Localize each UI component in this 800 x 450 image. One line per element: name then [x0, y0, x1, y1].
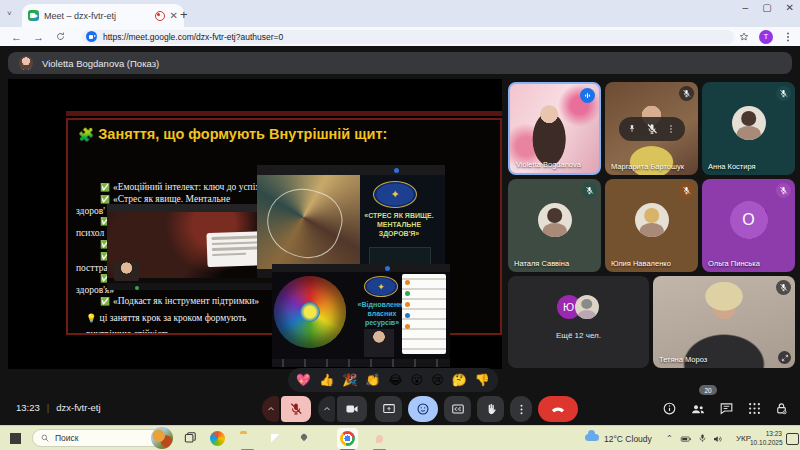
- more-options-button[interactable]: [510, 396, 532, 422]
- tray-speaker-icon[interactable]: [712, 433, 724, 445]
- tab-title: Meet – dzx-fvtr-etj: [44, 11, 150, 21]
- presenter-banner: Violetta Bogdanova (Показ): [8, 52, 792, 74]
- meeting-details-icon[interactable]: [662, 401, 677, 416]
- reaction-heart[interactable]: 💖: [296, 373, 311, 387]
- avatar: [538, 203, 572, 237]
- tile-natalya[interactable]: Наталя Саввіна: [508, 179, 601, 272]
- language-indicator[interactable]: УКР: [736, 434, 751, 443]
- mic-off-icon: [679, 86, 694, 101]
- slide-window-edge: [66, 111, 502, 116]
- url-text: https://meet.google.com/dzx-fvtr-etj?aut…: [103, 32, 283, 42]
- mic-control-group: [262, 396, 311, 422]
- search-placeholder: Поиск: [55, 433, 79, 443]
- tray-chevron-icon[interactable]: ⌃: [666, 434, 673, 443]
- notification-center-icon[interactable]: [786, 433, 799, 445]
- tab-close-icon[interactable]: ✕: [170, 11, 178, 21]
- speaker-thumbnail: [364, 329, 394, 357]
- forward-button[interactable]: →: [33, 31, 44, 43]
- tile-yulia[interactable]: Юлия Наваленко: [605, 179, 698, 272]
- tile-anna[interactable]: Анна Костиря: [702, 82, 795, 175]
- tray-date: 10.10.2025: [750, 438, 782, 447]
- initial-circle: О: [730, 201, 767, 238]
- bookmark-star-icon[interactable]: [738, 31, 750, 43]
- mic-off-icon: [776, 280, 791, 295]
- mic-mute-button[interactable]: [281, 396, 311, 422]
- pin-icon[interactable]: [627, 124, 637, 134]
- participant-name: Violetta Bogdanova: [516, 160, 581, 169]
- meeting-code: dzx-fvtr-etj: [56, 402, 100, 413]
- participant-grid: Violetta Bogdanova Маргарита Бартошук Ан…: [508, 82, 795, 368]
- reactions-button[interactable]: [408, 396, 438, 422]
- site-info-icon[interactable]: [86, 31, 97, 42]
- participants-icon[interactable]: [690, 401, 706, 417]
- mic-off-icon: [776, 183, 791, 198]
- window-close-button[interactable]: ✕: [786, 2, 794, 13]
- tray-mic-icon[interactable]: [697, 433, 708, 444]
- reload-button[interactable]: [55, 31, 66, 42]
- host-controls-icon[interactable]: [774, 401, 789, 416]
- browser-profile-avatar[interactable]: T: [759, 30, 773, 44]
- captions-button[interactable]: [444, 396, 471, 422]
- stress-slide-caption: «СТРЕС ЯК ЯВИЩЕ. МЕНТАЛЬНЕ ЗДОРОВ'Я»: [357, 211, 441, 238]
- url-bar[interactable]: https://meet.google.com/dzx-fvtr-etj?aut…: [82, 30, 734, 44]
- tile-tetyana[interactable]: Тетяна Мороз: [653, 276, 795, 368]
- staircase-artwork: [257, 175, 360, 269]
- embedded-zoom-window-stress: ✦ «СТРЕС ЯК ЯВИЩЕ. МЕНТАЛЬНЕ ЗДОРОВ'Я»: [257, 165, 445, 278]
- activities-icon[interactable]: [747, 401, 762, 416]
- reaction-cry[interactable]: 😢: [431, 373, 444, 387]
- participant-name: Маргарита Бартошук: [611, 162, 684, 171]
- avatar: [635, 203, 669, 237]
- taskbar-clock[interactable]: 13:23 10.10.2025: [750, 429, 782, 447]
- browser-tab[interactable]: Meet – dzx-fvtr-etj ✕: [22, 4, 184, 27]
- search-highlight-image[interactable]: [151, 427, 173, 449]
- present-screen-button[interactable]: [375, 396, 402, 422]
- raise-hand-button[interactable]: [477, 396, 504, 422]
- participant-name: Тетяна Мороз: [659, 355, 707, 364]
- tile-overflow-count[interactable]: Ю Ещё 12 чел.: [508, 276, 649, 368]
- new-tab-button[interactable]: +: [180, 7, 188, 22]
- reactions-bar: 💖 👍 🎉 👏 😂 😮 😢 🤔 👎: [288, 368, 498, 392]
- reaction-thinking[interactable]: 🤔: [452, 373, 467, 387]
- copilot-icon[interactable]: [210, 431, 225, 446]
- tray-battery-icon[interactable]: [680, 433, 692, 445]
- camera-button[interactable]: [337, 396, 367, 422]
- weather-cloud-icon[interactable]: [585, 434, 599, 441]
- tray-time: 13:23: [750, 429, 782, 438]
- chrome-icon[interactable]: [340, 431, 355, 446]
- reaction-party[interactable]: 🎉: [342, 373, 357, 387]
- more-options-icon[interactable]: [666, 124, 676, 134]
- reaction-clap[interactable]: 👏: [365, 373, 380, 387]
- end-call-button[interactable]: [538, 396, 578, 422]
- compass-logo-icon: ✦: [373, 181, 417, 208]
- tile-hover-controls: [619, 117, 685, 141]
- shared-screen[interactable]: 🧩 Заняття, що формують Внутрішній щит: ✅…: [8, 79, 502, 369]
- taskbar-search[interactable]: Поиск: [32, 429, 170, 447]
- expand-tile-icon[interactable]: [778, 351, 791, 364]
- reaction-laugh[interactable]: 😂: [388, 373, 402, 387]
- presenter-avatar: [19, 56, 33, 70]
- puzzle-emoji-icon: 🧩: [78, 127, 94, 142]
- reaction-thumbs-up[interactable]: 👍: [319, 373, 334, 387]
- weather-text[interactable]: 12°C Cloudy: [604, 434, 652, 444]
- camera-options-chevron[interactable]: [318, 396, 335, 422]
- back-button[interactable]: ←: [11, 31, 22, 43]
- tile-margarita[interactable]: Маргарита Бартошук: [605, 82, 698, 175]
- window-minimize-button[interactable]: –: [743, 2, 749, 13]
- tile-violetta[interactable]: Violetta Bogdanova: [508, 82, 601, 175]
- reaction-thumbs-down[interactable]: 👎: [475, 373, 490, 387]
- browser-menu-icon[interactable]: [782, 31, 794, 43]
- start-button[interactable]: [10, 433, 21, 444]
- toolbar-right: T: [738, 27, 800, 46]
- tile-olga[interactable]: О Ольга Пинська: [702, 179, 795, 272]
- window-maximize-button[interactable]: ▢: [762, 2, 771, 13]
- participant-name: Анна Костиря: [708, 162, 756, 171]
- task-view-icon[interactable]: [183, 431, 198, 446]
- chat-icon[interactable]: [719, 401, 734, 416]
- reaction-surprised[interactable]: 😮: [411, 373, 424, 387]
- mic-options-chevron[interactable]: [262, 396, 279, 422]
- embedded-zoom-window-resources: ✦ «Відновлення власних ресурсів»: [272, 264, 450, 367]
- tab-search-chevron-icon[interactable]: ˅: [7, 9, 12, 18]
- participant-name: Наталя Саввіна: [514, 259, 569, 268]
- browser-tabstrip: ˅ Meet – dzx-fvtr-etj ✕ + – ▢ ✕: [0, 0, 800, 27]
- mic-off-icon: [646, 123, 658, 135]
